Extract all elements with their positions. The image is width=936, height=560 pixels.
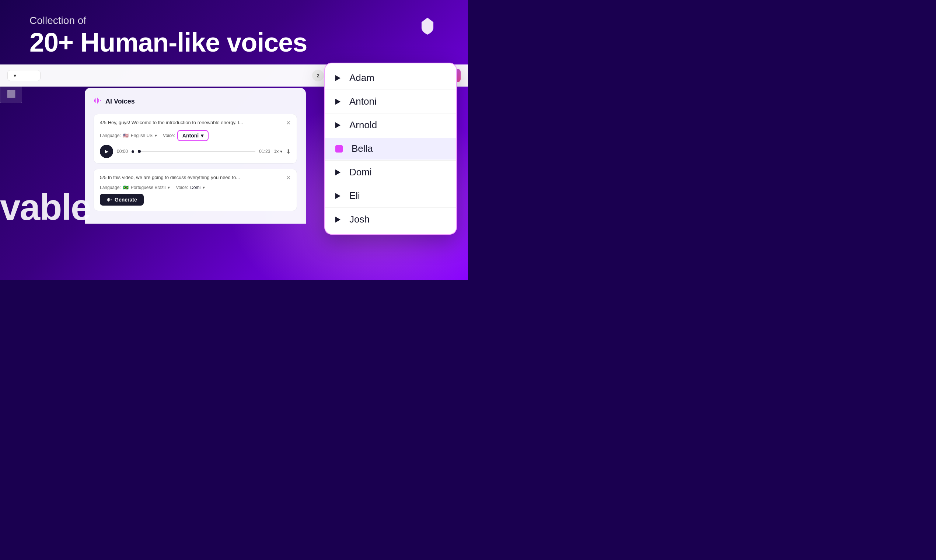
generate-icon	[106, 197, 112, 202]
play-icon-antoni	[336, 99, 340, 105]
svg-rect-6	[108, 198, 109, 202]
voice-card-2-meta: Language: 🇧🇷 Portuguese Brazil ▾ Voice: …	[100, 185, 291, 190]
svg-rect-3	[99, 99, 99, 102]
language-label-2: Language:	[100, 185, 121, 190]
divider-1	[325, 89, 456, 90]
language-flag-1: 🇺🇸	[123, 133, 129, 138]
voice-name-bella: Bella	[351, 143, 373, 154]
voice-name-domi: Domi	[349, 166, 372, 178]
voice-card-2: 5/5 In this video, we are going to discu…	[94, 169, 297, 211]
player-speed-1[interactable]: 1x ▾	[274, 149, 282, 154]
voice-name-antoni: Antoni	[349, 96, 377, 107]
panel-title: AI Voices	[105, 98, 135, 105]
language-flag-2: 🇧🇷	[123, 185, 129, 190]
speed-chevron-1: ▾	[280, 149, 282, 154]
voice-item-bella[interactable]: Bella	[325, 138, 456, 160]
svg-rect-0	[94, 100, 95, 102]
player-bar-1[interactable]	[138, 151, 256, 152]
voice-card-2-header: 5/5 In this video, we are going to discu…	[100, 174, 291, 181]
play-icon-arnold	[336, 122, 340, 128]
voice-chevron-2[interactable]: ▾	[203, 185, 205, 190]
voice-item-josh[interactable]: Josh	[325, 209, 456, 230]
selected-dot-bella	[336, 145, 343, 152]
voice-label-2: Voice:	[176, 185, 188, 190]
divider-4	[325, 160, 456, 161]
svg-rect-1	[95, 98, 96, 103]
voice-card-1: 4/5 Hey, guys! Welcome to the introducti…	[94, 114, 297, 163]
player-position-1	[138, 150, 141, 153]
svg-rect-8	[111, 199, 112, 200]
svg-rect-4	[100, 100, 101, 101]
svg-rect-2	[97, 98, 98, 103]
panel-header: AI Voices	[94, 97, 297, 106]
voice-name-1: Antoni	[182, 132, 199, 138]
divider-6	[325, 208, 456, 208]
speed-value-1: 1x	[274, 149, 279, 154]
chevron-down-icon: ▾	[14, 72, 16, 78]
download-button-1[interactable]: ⬇	[286, 148, 291, 155]
divider-3	[325, 137, 456, 137]
play-icon-josh	[336, 217, 340, 223]
header-text-area: Collection of 20+ Human-like voices	[29, 15, 307, 57]
voice-item-antoni[interactable]: Antoni	[325, 91, 456, 112]
voice-card-1-header: 4/5 Hey, guys! Welcome to the introducti…	[100, 119, 291, 126]
voice-card-1-close[interactable]: ✕	[286, 119, 291, 126]
play-button-1[interactable]: ▶	[100, 145, 113, 158]
voice-item-arnold[interactable]: Arnold	[325, 114, 456, 136]
toolbar-dropdown[interactable]: ▾	[8, 70, 40, 81]
voice-item-eli[interactable]: Eli	[325, 185, 456, 207]
voice-card-2-close[interactable]: ✕	[286, 174, 291, 181]
voice-card-1-player: ▶ 00:00 01:23 1x ▾ ⬇	[100, 145, 291, 158]
voice-dropdown-1[interactable]: Antoni ▾	[177, 130, 209, 141]
play-icon-adam	[336, 75, 340, 81]
language-chevron-1[interactable]: ▾	[155, 133, 157, 138]
voice-chevron-1: ▾	[201, 132, 203, 138]
voice-list-panel: Adam Antoni Arnold Bella Domi Eli Josh	[324, 63, 457, 235]
image-icon: ⬜	[7, 89, 16, 98]
header-title: 20+ Human-like voices	[29, 28, 307, 57]
voice-name-josh: Josh	[349, 214, 369, 225]
player-time-end-1: 01:23	[259, 149, 270, 154]
header-subtitle: Collection of	[29, 15, 307, 26]
voice-card-2-actions: Generate	[100, 194, 291, 206]
collaborator-count: 2	[312, 70, 324, 82]
generate-label: Generate	[115, 197, 137, 203]
voice-name-2[interactable]: Domi	[190, 185, 200, 190]
divider-2	[325, 113, 456, 114]
partial-word: vable	[0, 186, 91, 228]
voice-item-domi[interactable]: Domi	[325, 162, 456, 183]
play-icon-eli	[336, 193, 340, 199]
language-name-1: English US	[131, 133, 152, 138]
logo	[416, 15, 439, 38]
divider-5	[325, 184, 456, 184]
image-placeholder: ⬜	[0, 85, 22, 103]
player-time-start-1: 00:00	[117, 149, 128, 154]
voice-card-1-text: 4/5 Hey, guys! Welcome to the introducti…	[100, 119, 282, 126]
voice-label-1: Voice:	[163, 133, 175, 138]
waveform-icon	[94, 97, 102, 106]
language-label-1: Language:	[100, 133, 121, 138]
voice-card-2-text: 5/5 In this video, we are going to discu…	[100, 174, 282, 181]
voice-card-1-meta: Language: 🇺🇸 English US ▾ Voice: Antoni …	[100, 130, 291, 141]
voice-name-adam: Adam	[349, 72, 374, 84]
voice-name-arnold: Arnold	[349, 119, 377, 131]
svg-rect-7	[109, 198, 110, 201]
voice-item-adam[interactable]: Adam	[325, 67, 456, 89]
generate-button[interactable]: Generate	[100, 194, 144, 206]
svg-rect-5	[107, 198, 108, 201]
ai-voices-panel: AI Voices 4/5 Hey, guys! Welcome to the …	[85, 88, 306, 224]
language-name-2: Portuguese Brazil	[131, 185, 166, 190]
language-chevron-2[interactable]: ▾	[168, 185, 170, 190]
voice-name-eli: Eli	[349, 190, 360, 202]
play-icon-domi	[336, 169, 340, 175]
player-dot-1	[132, 150, 134, 153]
